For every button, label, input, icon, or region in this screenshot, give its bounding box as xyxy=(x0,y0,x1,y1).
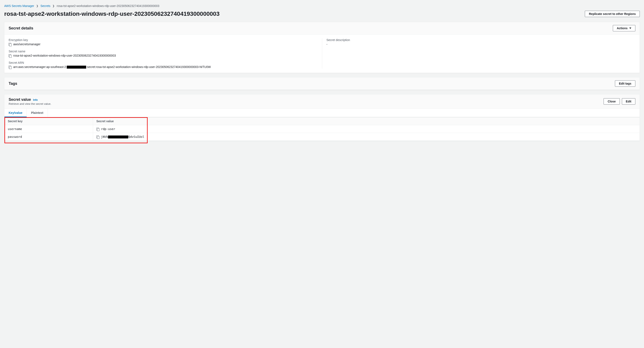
replicate-secret-button[interactable]: Replicate secret to other Regions xyxy=(585,11,640,17)
breadcrumb: AWS Secrets Manager ❯ Secrets ❯ rosa-tst… xyxy=(4,4,640,7)
table-header-row: Secret key Secret value xyxy=(4,117,640,125)
secret-value-header: Secret value Info Retrieve and view the … xyxy=(4,94,640,109)
edit-secret-button[interactable]: Edit xyxy=(622,98,635,105)
redacted-password-chunk xyxy=(108,135,128,138)
encryption-key-label: Encryption key xyxy=(9,38,318,42)
breadcrumb-current: rosa-tst-apse2-workstation-windows-rdp-u… xyxy=(57,4,159,7)
copy-icon[interactable] xyxy=(9,43,12,46)
info-link[interactable]: Info xyxy=(33,98,38,101)
copy-icon[interactable] xyxy=(9,54,12,57)
redacted-account-id xyxy=(67,66,86,69)
chevron-right-icon: ❯ xyxy=(52,4,54,7)
actions-dropdown-button[interactable]: Actions xyxy=(613,25,635,31)
secret-value-title: Secret value xyxy=(9,97,31,102)
page-title: rosa-tst-apse2-workstation-windows-rdp-u… xyxy=(4,10,220,17)
details-left-column: Encryption key aws/secretsmanager Secret… xyxy=(9,38,322,69)
secret-arn-label: Secret ARN xyxy=(9,61,318,64)
breadcrumb-secrets[interactable]: Secrets xyxy=(40,4,50,7)
secret-name-label: Secret name xyxy=(9,50,318,53)
secret-value-suffix: QdvSuIUol xyxy=(128,135,144,138)
col-secret-value: Secret value xyxy=(93,117,640,125)
secret-value-cell: rdp-user xyxy=(93,125,640,133)
edit-tags-button[interactable]: Edit tags xyxy=(615,80,635,87)
secret-value-text: rdp-user xyxy=(101,127,115,131)
secret-kv-table: Secret key Secret value username rdp-use… xyxy=(4,117,640,141)
secret-value-prefix: jNVk xyxy=(101,135,108,138)
secret-name-value: rosa-tst-apse2-workstation-windows-rdp-u… xyxy=(13,54,116,57)
tags-header: Tags Edit tags xyxy=(4,77,640,90)
secret-value-cell: jNVkQdvSuIUol xyxy=(93,133,640,141)
page-header: rosa-tst-apse2-workstation-windows-rdp-u… xyxy=(4,10,640,17)
secret-value-tabs: Key/value Plaintext xyxy=(4,109,640,117)
table-row: password jNVkQdvSuIUol xyxy=(4,133,640,141)
close-button[interactable]: Close xyxy=(604,98,620,105)
table-row: username rdp-user xyxy=(4,125,640,133)
secret-key-cell: password xyxy=(4,133,93,141)
secret-arn-suffix: :secret:rosa-tst-apse2-workstation-windo… xyxy=(86,65,210,69)
secret-value-panel: Secret value Info Retrieve and view the … xyxy=(4,94,640,141)
copy-icon[interactable] xyxy=(96,135,100,138)
secret-arn-value: arn:aws:secretsmanager:ap-southeast-2::s… xyxy=(13,65,211,69)
details-right-column: Secret description - xyxy=(322,38,635,69)
tags-panel: Tags Edit tags xyxy=(4,77,640,90)
copy-icon[interactable] xyxy=(96,128,100,131)
secret-value-desc: Retrieve and view the secret value. xyxy=(9,102,51,105)
kv-table-container: Secret key Secret value username rdp-use… xyxy=(4,117,640,141)
secret-key-cell: username xyxy=(4,125,93,133)
copy-icon[interactable] xyxy=(9,66,12,69)
encryption-key-value: aws/secretsmanager xyxy=(13,42,40,46)
secret-value-text: jNVkQdvSuIUol xyxy=(101,135,144,138)
tab-plaintext[interactable]: Plaintext xyxy=(27,109,48,117)
tags-title: Tags xyxy=(9,81,17,86)
col-secret-key: Secret key xyxy=(4,117,93,125)
secret-details-header: Secret details Actions xyxy=(4,22,640,34)
secret-details-panel: Secret details Actions Encryption key aw… xyxy=(4,22,640,73)
breadcrumb-root[interactable]: AWS Secrets Manager xyxy=(4,4,34,7)
actions-label: Actions xyxy=(617,26,628,30)
secret-description-value: - xyxy=(326,42,328,46)
caret-down-icon xyxy=(629,27,631,29)
secret-arn-prefix: arn:aws:secretsmanager:ap-southeast-2: xyxy=(13,65,67,69)
secret-description-label: Secret description xyxy=(326,38,631,42)
secret-details-title: Secret details xyxy=(9,26,33,30)
tab-key-value[interactable]: Key/value xyxy=(4,109,27,117)
chevron-right-icon: ❯ xyxy=(36,4,38,7)
